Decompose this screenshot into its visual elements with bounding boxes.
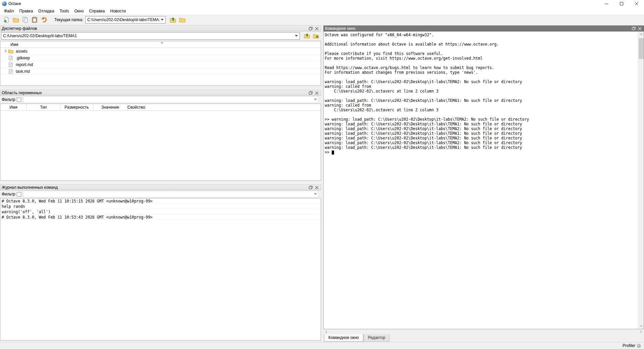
history-entry[interactable]: warning('off', 'all') xyxy=(0,209,321,215)
scroll-up-icon[interactable] xyxy=(638,32,644,37)
menu-item[interactable]: Файл xyxy=(1,8,17,14)
undo-icon xyxy=(41,17,47,23)
menu-item[interactable]: Отладка xyxy=(36,8,57,14)
scroll-left-icon[interactable] xyxy=(323,329,329,334)
console-line: warning: load_path: C:\Users\u202-02\Des… xyxy=(325,122,637,126)
browse-folder-button[interactable] xyxy=(178,16,186,24)
menu-item[interactable]: Справка xyxy=(86,8,107,14)
file-row[interactable]: .gitkeep xyxy=(0,55,321,61)
close-button[interactable] xyxy=(629,0,644,7)
minimize-button[interactable] xyxy=(599,0,614,7)
file-tree[interactable]: Имя xyxy=(0,41,321,86)
sort-indicator-icon xyxy=(161,42,163,43)
file-row[interactable]: task.md xyxy=(0,68,321,75)
history-filter-row: Фильтр xyxy=(0,190,321,198)
file-browser-path: C:/Users/u202-02/Desktop/it-labs/TEMA1 xyxy=(3,34,294,38)
workspace-column-header[interactable]: Тип xyxy=(27,104,60,111)
history-list[interactable]: # Octave 8.3.0, Wed Feb 11 10:15:15 2026… xyxy=(0,198,321,341)
history-entry[interactable]: help randn xyxy=(0,204,321,209)
workspace-column-header[interactable]: Размерность xyxy=(60,104,93,111)
expand-arrow-icon[interactable] xyxy=(3,50,8,53)
workspace-table[interactable]: ИмяТипРазмерностьЗначениеСвойство xyxy=(0,104,321,181)
combo-dropdown-icon[interactable] xyxy=(295,35,298,37)
undock-button[interactable] xyxy=(308,26,313,31)
folder-actions-icon xyxy=(313,33,319,39)
history-titlebar[interactable]: Журнал выполненных команд xyxy=(0,184,321,190)
folder-up-button[interactable] xyxy=(168,16,177,24)
history-entry[interactable]: # Octave 8.3.0, Wed Feb 11 10:53:43 2026… xyxy=(0,215,321,220)
combo-dropdown-icon[interactable] xyxy=(314,193,317,195)
bottom-tab[interactable]: Редактор xyxy=(364,334,390,342)
folder-icon xyxy=(8,49,14,53)
workspace-column-header[interactable]: Имя xyxy=(0,104,27,111)
scroll-down-icon[interactable] xyxy=(638,323,644,329)
prompt-line[interactable]: >> xyxy=(325,150,637,155)
file-icon xyxy=(8,56,14,60)
prompt: >> xyxy=(325,150,329,155)
bottom-tabbar: Командное окноРедактор xyxy=(323,334,644,342)
workspace-column-header[interactable]: Значение xyxy=(93,104,127,111)
filter-combobox[interactable] xyxy=(23,191,318,197)
filter-combobox[interactable] xyxy=(23,96,318,103)
filter-checkbox[interactable] xyxy=(17,98,21,102)
combo-dropdown-icon[interactable] xyxy=(161,19,164,21)
current-folder-value: C:\Users\u202-02\Desktop\it-labs\TEMA1 xyxy=(87,17,160,22)
command-window-output[interactable]: Octave was configured for "x86_64-w64-mi… xyxy=(323,32,644,329)
text-cursor xyxy=(332,151,334,155)
maximize-button[interactable] xyxy=(614,0,629,7)
main-toolbar: Текущая папка: C:\Users\u202-02\Desktop\… xyxy=(0,15,644,24)
bottom-tab[interactable]: Командное окно xyxy=(324,334,363,342)
folder-actions-button[interactable] xyxy=(312,32,320,40)
scrollbar-thumb[interactable] xyxy=(639,38,644,59)
console-line xyxy=(325,112,637,117)
undock-button[interactable] xyxy=(308,91,313,95)
splitter-handle[interactable] xyxy=(0,86,321,90)
minimize-icon xyxy=(605,2,608,5)
file-tree-header[interactable]: Имя xyxy=(0,41,321,48)
workspace-titlebar[interactable]: Область переменных xyxy=(0,90,321,96)
workspace-column-header[interactable]: Свойство xyxy=(127,104,146,111)
combo-dropdown-icon[interactable] xyxy=(314,99,317,101)
file-icon xyxy=(8,69,14,74)
paste-button[interactable] xyxy=(30,16,39,24)
menu-item[interactable]: Окно xyxy=(72,8,87,14)
command-window-titlebar[interactable]: Командное окно xyxy=(323,25,644,32)
vertical-scrollbar[interactable] xyxy=(638,32,644,329)
filter-checkbox[interactable] xyxy=(17,192,21,196)
open-folder-button[interactable] xyxy=(11,16,20,24)
splitter-handle[interactable] xyxy=(321,25,323,341)
menu-item[interactable]: Новости xyxy=(107,8,128,14)
file-row[interactable]: report.md xyxy=(0,61,321,68)
horizontal-scrollbar[interactable] xyxy=(323,329,644,334)
window-controls xyxy=(599,0,644,7)
file-list: assets xyxy=(0,48,321,75)
scroll-right-icon[interactable] xyxy=(638,329,644,334)
console-line: warning: load_path: C:\Users\u202-02\Des… xyxy=(325,140,637,145)
file-icon xyxy=(8,62,14,67)
close-panel-button[interactable] xyxy=(314,185,319,190)
menu-item[interactable]: Правка xyxy=(17,8,36,14)
console-line: Octave was configured for "x86_64-w64-mi… xyxy=(325,33,637,37)
console-line: warning: called from xyxy=(325,103,637,108)
file-browser-titlebar[interactable]: Диспетчер файлов xyxy=(0,25,321,32)
undock-button[interactable] xyxy=(631,26,636,31)
current-folder-combobox[interactable]: C:\Users\u202-02\Desktop\it-labs\TEMA1 xyxy=(85,16,166,23)
undo-button[interactable] xyxy=(40,16,48,24)
close-panel-button[interactable] xyxy=(314,26,319,31)
splitter-handle[interactable] xyxy=(0,181,321,184)
console-line xyxy=(325,37,637,42)
console-line: warning: called from xyxy=(325,84,637,89)
history-entry[interactable]: # Octave 8.3.0, Wed Feb 11 10:15:15 2026… xyxy=(0,198,321,204)
profiler-status-icon[interactable] xyxy=(637,344,641,348)
copy-button[interactable] xyxy=(21,16,30,24)
undock-button[interactable] xyxy=(308,185,313,190)
menu-item[interactable]: Tools xyxy=(57,8,72,14)
new-script-button[interactable] xyxy=(2,16,11,24)
file-browser-path-combobox[interactable]: C:/Users/u202-02/Desktop/it-labs/TEMA1 xyxy=(1,32,300,40)
console-line: warning: load_path: C:\Users\u202-02\Des… xyxy=(325,79,637,84)
close-panel-button[interactable] xyxy=(637,26,642,31)
file-row[interactable]: assets xyxy=(0,48,321,55)
titlebar[interactable]: Octave xyxy=(0,0,644,7)
one-dir-up-button[interactable] xyxy=(303,32,311,40)
close-panel-button[interactable] xyxy=(314,91,319,95)
